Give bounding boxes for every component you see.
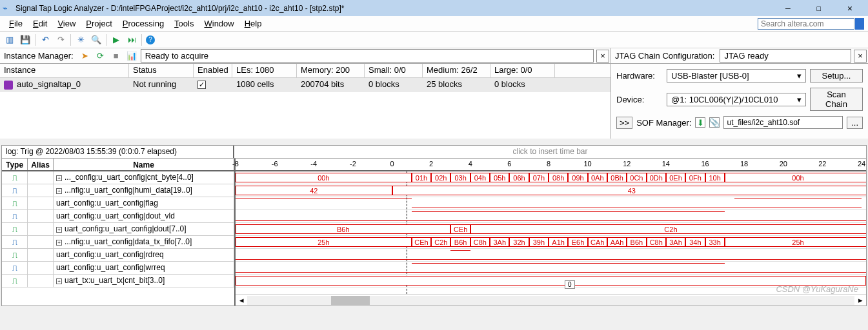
- menu-project[interactable]: Project: [81, 19, 117, 28]
- jtag-panel: JTAG Chain Configuration: JTAG ready × H…: [611, 48, 868, 139]
- menu-bar: FileEditViewProjectProcessingToolsWindow…: [0, 16, 868, 32]
- signal-type-icon: ⎍: [2, 197, 28, 209]
- signal-alias[interactable]: [28, 223, 54, 235]
- signal-row[interactable]: ⎍+uart_tx:u_uart_tx|cnt_bit[3..0]: [2, 275, 234, 287]
- signal-type-icon: ⎍: [2, 171, 28, 184]
- time-ruler: -8-6-4-2024681012141618202224: [236, 159, 866, 171]
- search-box[interactable]: [758, 18, 854, 30]
- signal-row[interactable]: ⎍uart_config:u_uart_config|flag: [2, 197, 234, 210]
- signal-name: uart_config:u_uart_config|wrreq: [54, 262, 234, 274]
- jtag-label: JTAG Chain Configuration:: [611, 51, 718, 61]
- sof-file-input[interactable]: ut_files/i2c_aht10.sof: [723, 116, 843, 129]
- signal-type-icon: ⎍: [2, 223, 28, 235]
- expand-icon[interactable]: +: [56, 278, 62, 284]
- instance-manager-panel: Instance Manager: ➤ ⟳ ■ 📊 Ready to acqui…: [0, 48, 611, 139]
- signal-name: +uart_tx:u_uart_tx|cnt_bit[3..0]: [54, 275, 234, 287]
- wave-row: 00h01h02h03h04h05h06h07h08h09h0Ah0Bh0Ch0…: [236, 171, 866, 184]
- device-select[interactable]: @1: 10CL006(Y|Z)/10CL010▾: [667, 93, 806, 106]
- wand-icon[interactable]: ✳: [75, 34, 86, 46]
- expand-icon[interactable]: +: [56, 175, 62, 181]
- hardware-select[interactable]: USB-Blaster [USB-0]▾: [667, 69, 806, 82]
- run-icon[interactable]: ▶: [110, 34, 122, 46]
- signal-alias[interactable]: [28, 236, 54, 248]
- menu-view[interactable]: View: [52, 19, 81, 28]
- download-icon[interactable]: ⬇: [695, 117, 705, 128]
- signal-name: +uart_config:u_uart_config|dout[7..0]: [54, 223, 234, 235]
- menu-file[interactable]: File: [4, 19, 28, 28]
- redo-icon[interactable]: ↷: [55, 34, 66, 46]
- title-bar: ⌁ Signal Tap Logic Analyzer - D:/intelFP…: [0, 0, 868, 16]
- waveform-area[interactable]: -8-6-4-2024681012141618202224 00h01h02h0…: [236, 159, 866, 306]
- save-icon[interactable]: 💾: [19, 34, 31, 46]
- instance-row[interactable]: auto_signaltap_0 Not running ✓ 1080 cell…: [0, 78, 611, 92]
- signal-type-icon: ⎍: [2, 275, 28, 287]
- signal-alias[interactable]: [28, 249, 54, 261]
- signal-row[interactable]: ⎍+...nfig:u_uart_config|data_tx_fifo[7..…: [2, 236, 234, 249]
- panel-close-button[interactable]: ×: [596, 50, 609, 63]
- search-button[interactable]: [855, 18, 864, 30]
- stop-icon[interactable]: ■: [108, 50, 124, 63]
- menu-help[interactable]: Help: [239, 19, 267, 28]
- jtag-status: JTAG ready: [720, 49, 851, 63]
- signal-type-icon: ⎍: [2, 210, 28, 222]
- signal-name: +...nfig:u_uart_config|humi_data[19..0]: [54, 184, 234, 197]
- expand-icon[interactable]: +: [56, 240, 62, 246]
- maximize-button[interactable]: ☐: [811, 1, 827, 16]
- instance-chip-icon: [4, 81, 13, 90]
- browse-button[interactable]: ...: [847, 117, 863, 129]
- binoculars-icon[interactable]: 🔍: [90, 34, 102, 46]
- signal-row[interactable]: ⎍uart_config:u_uart_config|wrreq: [2, 262, 234, 275]
- search-input[interactable]: [758, 19, 854, 28]
- signal-row[interactable]: ⎍+...nfig:u_uart_config|humi_data[19..0]: [2, 184, 234, 197]
- setup-button[interactable]: Setup...: [810, 69, 863, 82]
- signal-type-icon: ⎍: [2, 236, 28, 248]
- menu-tools[interactable]: Tools: [169, 19, 199, 28]
- wave-row: [236, 262, 866, 275]
- signal-row[interactable]: ⎍+uart_config:u_uart_config|dout[7..0]: [2, 223, 234, 236]
- export-icon[interactable]: 📊: [124, 50, 139, 63]
- signal-alias[interactable]: [28, 210, 54, 222]
- signal-type-icon: ⎍: [2, 262, 28, 274]
- zero-marker: 0: [565, 280, 575, 289]
- wave-row: [236, 249, 866, 262]
- watermark: CSDN @YuKaguraNe: [776, 284, 858, 294]
- expand-icon[interactable]: +: [56, 227, 62, 233]
- attach-icon[interactable]: 📎: [709, 117, 720, 128]
- wave-row: [236, 197, 866, 210]
- wave-row: B6hCEhC2h: [236, 223, 866, 236]
- menu-processing[interactable]: Processing: [117, 19, 169, 28]
- waveform-panel: log: Trig @ 2022/08/03 15:55:39 (0:0:0.7…: [1, 145, 867, 306]
- enabled-checkbox[interactable]: ✓: [197, 81, 206, 89]
- hardware-label: Hardware:: [616, 71, 663, 81]
- undo-icon[interactable]: ↶: [39, 34, 51, 46]
- signal-alias[interactable]: [28, 262, 54, 274]
- chip-icon[interactable]: ▥: [4, 34, 15, 46]
- wave-row: [236, 210, 866, 223]
- signal-alias[interactable]: [28, 184, 54, 197]
- signal-name: +..._config:u_uart_config|cnt_byte[4..0]: [54, 171, 234, 184]
- signal-row[interactable]: ⎍uart_config:u_uart_config|dout_vld: [2, 210, 234, 223]
- signal-alias[interactable]: [28, 275, 54, 287]
- refresh-icon[interactable]: ⟳: [93, 50, 108, 63]
- help-icon[interactable]: ?: [146, 35, 155, 44]
- close-button[interactable]: ✕: [842, 1, 858, 16]
- menu-edit[interactable]: Edit: [28, 19, 52, 28]
- signal-alias[interactable]: [28, 197, 54, 209]
- menu-window[interactable]: Window: [199, 19, 239, 28]
- signal-alias[interactable]: [28, 171, 54, 184]
- signal-row[interactable]: ⎍+..._config:u_uart_config|cnt_byte[4..0…: [2, 171, 234, 184]
- expand-button[interactable]: >>: [616, 117, 632, 129]
- chevron-down-icon: ▾: [797, 71, 802, 81]
- instance-status: Ready to acquire: [141, 49, 594, 63]
- wave-row: [236, 275, 866, 287]
- expand-icon[interactable]: +: [56, 188, 62, 194]
- scan-chain-button[interactable]: Scan Chain: [810, 88, 863, 111]
- run-all-icon[interactable]: ⏭: [126, 34, 137, 46]
- timebar-hint[interactable]: click to insert time bar: [234, 146, 866, 158]
- signal-type-icon: ⎍: [2, 249, 28, 261]
- minimize-button[interactable]: —: [780, 1, 796, 16]
- signal-row[interactable]: ⎍uart_config:u_uart_config|rdreq: [2, 249, 234, 262]
- jtag-close-button[interactable]: ×: [854, 50, 867, 63]
- cursor-icon[interactable]: ➤: [77, 50, 93, 63]
- horizontal-scrollbar[interactable]: ◂▸: [236, 294, 866, 306]
